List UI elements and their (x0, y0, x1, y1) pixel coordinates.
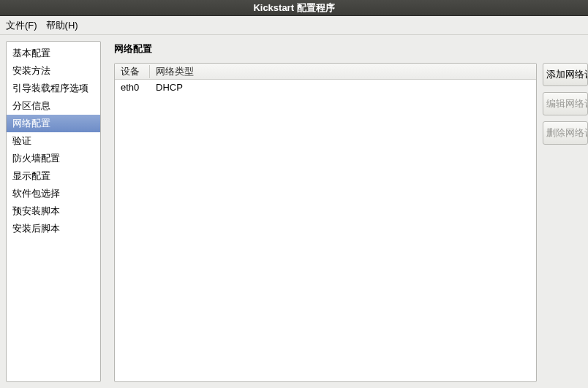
delete-network-button[interactable]: 删除网络设备 (543, 121, 588, 145)
sidebar-item-partition[interactable]: 分区信息 (7, 97, 100, 115)
menu-file[interactable]: 文件(F) (1, 19, 42, 32)
network-table[interactable]: 设备 网络类型 eth0 DHCP (114, 63, 537, 382)
window-title: Kickstart 配置程序 (253, 1, 334, 15)
sidebar-item-network[interactable]: 网络配置 (7, 115, 100, 132)
add-network-button[interactable]: 添加网络设备 (543, 63, 588, 86)
menu-help[interactable]: 帮助(H) (42, 19, 83, 32)
sidebar-item-packages[interactable]: 软件包选择 (7, 185, 100, 202)
sidebar-item-install[interactable]: 安装方法 (7, 62, 100, 80)
sidebar-item-display[interactable]: 显示配置 (7, 167, 100, 185)
table-row[interactable]: eth0 DHCP (115, 80, 536, 95)
col-header-device[interactable]: 设备 (115, 65, 150, 78)
sidebar-item-auth[interactable]: 验证 (7, 132, 100, 150)
button-column: 添加网络设备 编辑网络设备 删除网络设备 (543, 63, 588, 382)
sidebar: 基本配置 安装方法 引导装载程序选项 分区信息 网络配置 验证 防火墙配置 显示… (6, 41, 101, 382)
table-header: 设备 网络类型 (115, 64, 536, 80)
content-area: 基本配置 安装方法 引导装载程序选项 分区信息 网络配置 验证 防火墙配置 显示… (0, 35, 588, 388)
section-title: 网络配置 (114, 41, 588, 56)
sidebar-item-postscript[interactable]: 安装后脚本 (7, 220, 100, 237)
main-panel: 网络配置 设备 网络类型 eth0 DHCP 添加网络设备 编辑网络设备 删除网… (114, 41, 588, 382)
cell-device: eth0 (115, 82, 150, 93)
col-header-type[interactable]: 网络类型 (150, 65, 536, 78)
cell-type: DHCP (150, 82, 536, 93)
edit-network-button[interactable]: 编辑网络设备 (543, 92, 588, 115)
table-body: eth0 DHCP (115, 80, 536, 381)
sidebar-item-bootloader[interactable]: 引导装载程序选项 (7, 80, 100, 97)
sidebar-item-prescript[interactable]: 预安装脚本 (7, 202, 100, 220)
sidebar-item-basic[interactable]: 基本配置 (7, 45, 100, 62)
sidebar-item-firewall[interactable]: 防火墙配置 (7, 150, 100, 167)
menubar: 文件(F) 帮助(H) (0, 16, 588, 35)
window-titlebar: Kickstart 配置程序 (0, 0, 588, 16)
